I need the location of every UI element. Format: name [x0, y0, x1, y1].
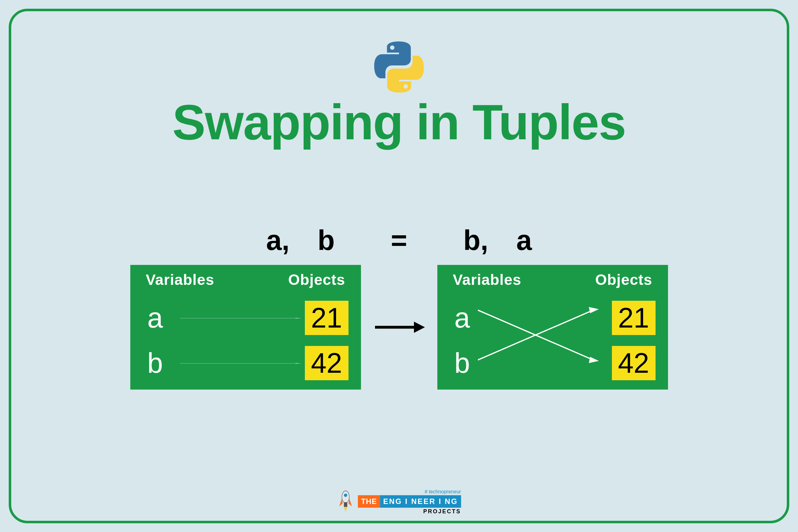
- footer-projects: PROJECTS: [423, 508, 461, 515]
- rocket-icon: [337, 490, 354, 514]
- footer-the: THE: [358, 495, 380, 508]
- arrow-icon: [180, 318, 302, 319]
- cross-arrows-icon: [478, 294, 600, 376]
- header-objects: Objects: [595, 271, 652, 288]
- page-title: Swapping in Tuples: [0, 94, 798, 151]
- svg-marker-7: [589, 357, 599, 363]
- python-logo-icon: [373, 40, 425, 95]
- svg-marker-3: [296, 363, 302, 364]
- transform-arrow-icon: [374, 318, 425, 337]
- diagram-container: Variables Objects a 21 b 42: [0, 265, 798, 390]
- svg-rect-12: [344, 502, 347, 507]
- var-a-label: a: [450, 302, 475, 334]
- header-objects: Objects: [288, 271, 345, 288]
- value-21: 21: [305, 301, 348, 335]
- code-expression: a, b = b, a: [0, 224, 798, 256]
- var-b-label: b: [450, 347, 475, 379]
- svg-point-11: [344, 494, 347, 497]
- after-swap-box: Variables Objects a 21 b 42: [437, 265, 668, 390]
- footer-tagline: # technopreneur: [424, 489, 461, 495]
- footer-engineering: ENG I NEER I NG: [380, 495, 461, 508]
- var-b-label: b: [143, 347, 168, 379]
- svg-marker-9: [589, 307, 599, 313]
- value-42: 42: [305, 346, 348, 380]
- value-42: 42: [612, 346, 656, 380]
- header-variables: Variables: [146, 271, 214, 288]
- header-variables: Variables: [453, 271, 521, 288]
- footer-brand: # technopreneur THE ENG I NEER I NG PROJ…: [337, 489, 461, 515]
- value-21: 21: [612, 301, 656, 335]
- svg-marker-5: [414, 322, 425, 333]
- before-swap-box: Variables Objects a 21 b 42: [130, 265, 361, 390]
- svg-marker-1: [296, 318, 302, 319]
- arrow-icon: [180, 363, 302, 364]
- var-a-label: a: [143, 302, 168, 334]
